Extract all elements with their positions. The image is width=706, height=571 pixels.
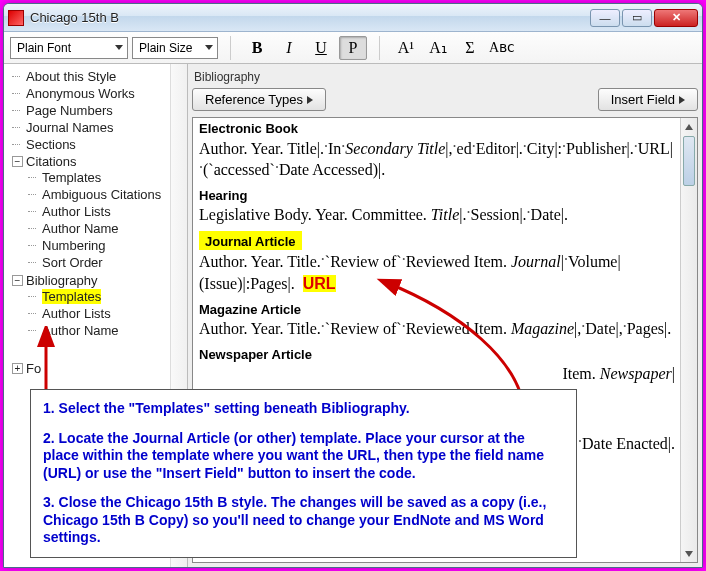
tree-item-anon[interactable]: Anonymous Works <box>12 85 187 102</box>
expand-icon[interactable]: + <box>12 363 23 374</box>
plain-button[interactable]: P <box>339 36 367 60</box>
tree-item-cit-authorname[interactable]: Author Name <box>28 220 187 237</box>
tree-item-journalnames[interactable]: Journal Names <box>12 119 187 136</box>
tree-item-sortorder[interactable]: Sort Order <box>28 254 187 271</box>
subscript-button[interactable]: A₁ <box>424 36 452 60</box>
template-head-hearing: Hearing <box>193 185 697 205</box>
tree-item-bib-authorname[interactable]: Author Name <box>28 322 187 339</box>
maximize-button[interactable]: ▭ <box>622 9 652 27</box>
smallcaps-button[interactable]: Aʙᴄ <box>488 36 516 60</box>
tree-label-bib-templates: Templates <box>42 289 101 304</box>
tree-item-cit-authorlists[interactable]: Author Lists <box>28 203 187 220</box>
template-magazine[interactable]: Magazine Article Author. Year. Title.·`R… <box>193 299 697 344</box>
app-icon <box>8 10 24 26</box>
scroll-thumb[interactable] <box>683 136 695 186</box>
template-body-newspaper[interactable]: Item. Newspaper| <box>193 363 697 389</box>
tree-item-pagenums[interactable]: Page Numbers <box>12 102 187 119</box>
reference-types-label: Reference Types <box>205 92 303 107</box>
separator <box>379 36 380 60</box>
chevron-right-icon <box>679 96 685 104</box>
instruction-overlay: 1. Select the "Templates" setting beneat… <box>30 389 577 558</box>
template-body-ebook[interactable]: Author. Year. Title|.·In·Secondary Title… <box>193 138 697 185</box>
url-field-highlight: URL <box>303 275 336 292</box>
bold-button[interactable]: B <box>243 36 271 60</box>
close-button[interactable]: ✕ <box>654 9 698 27</box>
format-toolbar: Plain Font Plain Size B I U P A¹ A₁ Σ Aʙ… <box>4 32 702 64</box>
template-head-journal: Journal Article <box>199 231 302 251</box>
font-combo-value: Plain Font <box>17 41 71 55</box>
scroll-up-icon[interactable] <box>681 118 697 135</box>
instruction-2: 2. Locate the Journal Article (or other)… <box>43 430 564 483</box>
size-combo[interactable]: Plain Size <box>132 37 218 59</box>
separator <box>230 36 231 60</box>
superscript-button[interactable]: A¹ <box>392 36 420 60</box>
tree-item-cit-templates[interactable]: Templates <box>28 169 187 186</box>
template-head-ebook: Electronic Book <box>193 118 697 138</box>
window-title: Chicago 15th B <box>30 10 590 25</box>
chevron-down-icon <box>115 45 123 50</box>
instruction-1: 1. Select the "Templates" setting beneat… <box>43 400 564 418</box>
collapse-icon[interactable]: − <box>12 156 23 167</box>
reference-types-button[interactable]: Reference Types <box>192 88 326 111</box>
tree-label-bibliography: Bibliography <box>26 273 98 288</box>
template-body-journal[interactable]: Author. Year. Title.·`Review of`·Reviewe… <box>193 251 697 298</box>
font-combo[interactable]: Plain Font <box>10 37 128 59</box>
tree-label-fo: Fo <box>26 361 41 376</box>
scroll-down-icon[interactable] <box>681 545 697 562</box>
chevron-right-icon <box>307 96 313 104</box>
template-ebook[interactable]: Electronic Book Author. Year. Title|.·In… <box>193 118 697 185</box>
tree-item-numbering[interactable]: Numbering <box>28 237 187 254</box>
tree-item-bibliography[interactable]: −Bibliography Templates Author Lists Aut… <box>12 272 187 340</box>
template-head-newspaper: Newspaper Article <box>193 344 697 364</box>
minimize-button[interactable]: — <box>590 9 620 27</box>
template-head-magazine: Magazine Article <box>193 299 697 319</box>
tree-item-sections[interactable]: Sections <box>12 136 187 153</box>
button-row: Reference Types Insert Field <box>192 88 698 111</box>
panel-label: Bibliography <box>192 68 698 88</box>
size-combo-value: Plain Size <box>139 41 192 55</box>
nav-tree[interactable]: About this Style Anonymous Works Page Nu… <box>6 68 187 377</box>
template-body-hearing[interactable]: Legislative Body. Year. Committee. Title… <box>193 204 697 230</box>
tree-item-ambiguous[interactable]: Ambiguous Citations <box>28 186 187 203</box>
italic-button[interactable]: I <box>275 36 303 60</box>
underline-button[interactable]: U <box>307 36 335 60</box>
tree-label-citations: Citations <box>26 154 77 169</box>
instruction-3: 3. Close the Chicago 15th B style. The c… <box>43 494 564 547</box>
tree-item-bib-authorlists[interactable]: Author Lists <box>28 305 187 322</box>
collapse-icon[interactable]: − <box>12 275 23 286</box>
tree-item-fo[interactable]: +Fo <box>12 360 187 377</box>
template-journal[interactable]: Journal Article Author. Year. Title.·`Re… <box>193 230 697 299</box>
insert-field-label: Insert Field <box>611 92 675 107</box>
tree-item-about[interactable]: About this Style <box>12 68 187 85</box>
tree-item-bib-templates[interactable]: Templates <box>28 288 187 305</box>
sigma-button[interactable]: Σ <box>456 36 484 60</box>
template-newspaper[interactable]: Newspaper Article Item. Newspaper| <box>193 344 697 389</box>
insert-field-button[interactable]: Insert Field <box>598 88 698 111</box>
titlebar[interactable]: Chicago 15th B — ▭ ✕ <box>4 4 702 32</box>
tree-item-citations[interactable]: −Citations Templates Ambiguous Citations… <box>12 153 187 272</box>
chevron-down-icon <box>205 45 213 50</box>
template-hearing[interactable]: Hearing Legislative Body. Year. Committe… <box>193 185 697 230</box>
template-body-magazine[interactable]: Author. Year. Title.·`Review of`·Reviewe… <box>193 318 697 344</box>
scrollbar[interactable] <box>680 118 697 562</box>
